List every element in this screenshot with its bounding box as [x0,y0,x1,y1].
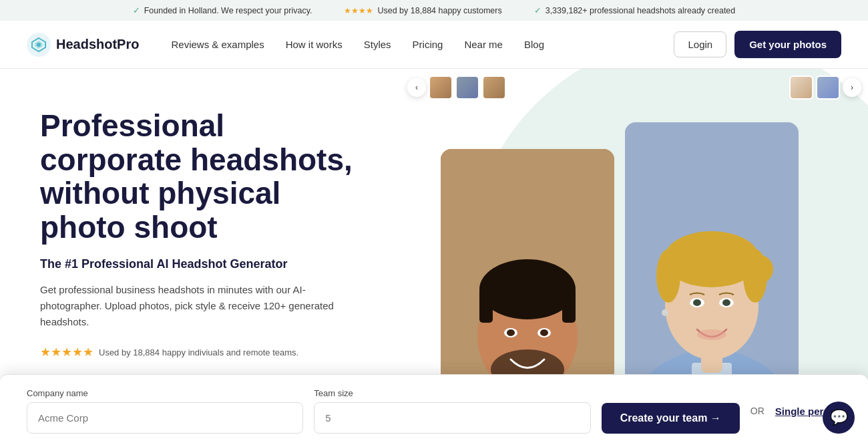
hero-title: Professional corporate headshots, withou… [40,109,361,244]
svg-point-2 [37,43,41,47]
svg-point-25 [744,255,773,284]
nav-link-pricing[interactable]: Pricing [413,39,443,50]
banner-text-2: Used by 18,884 happy customers [377,6,501,15]
thumb-strip-left: ‹ [407,76,506,100]
nav-link-styles[interactable]: Styles [364,39,391,50]
banner-text-1: Founded in Holland. We respect your priv… [144,6,312,15]
thumb-1[interactable] [429,76,453,100]
thumb-2[interactable] [455,76,479,100]
hero-subtitle: The #1 Professional AI Headshot Generato… [40,257,361,271]
team-size-label: Team size [314,388,590,398]
or-divider: OR [750,406,765,416]
svg-rect-9 [562,289,576,323]
create-team-button[interactable]: Create your team → [602,403,740,434]
team-size-field: Team size [314,388,590,434]
company-name-label: Company name [27,388,303,398]
svg-point-24 [656,249,680,303]
svg-point-27 [693,299,701,306]
logo-icon [27,33,51,57]
nav-links: Reviews & examples How it works Styles P… [171,39,674,50]
navbar: HeadshotPro Reviews & examples How it wo… [0,21,868,69]
logo[interactable]: HeadshotPro [27,33,139,57]
banner-item-1: ✓ Founded in Holland. We respect your pr… [133,5,312,15]
check-icon-1: ✓ [133,5,140,15]
banner-text-3: 3,339,182+ professional headshots alread… [546,6,736,15]
company-name-field: Company name [27,388,303,434]
banner-item-2: ★★★★ Used by 18,884 happy customers [344,6,501,15]
hero-description: Get professional business headshots in m… [40,282,361,330]
rating-text: Used by 18,884 happy indiviuals and remo… [99,347,298,357]
banner-item-3: ✓ 3,339,182+ professional headshots alre… [534,5,736,15]
svg-point-29 [722,299,730,306]
chat-icon: 💬 [830,409,848,426]
chat-bubble[interactable]: 💬 [823,402,855,434]
thumb-strip-right: › [789,76,861,100]
team-size-input[interactable] [314,402,590,434]
svg-point-13 [540,329,548,336]
login-button[interactable]: Login [674,31,726,57]
thumb-arrow-right[interactable]: › [843,78,861,97]
get-photos-button[interactable]: Get your photos [734,31,841,58]
thumb-4[interactable] [789,76,813,100]
nav-link-how-it-works[interactable]: How it works [286,39,343,50]
svg-point-11 [507,329,515,336]
hero-rating: ★★★★★ Used by 18,884 happy indiviuals an… [40,345,361,359]
thumb-5[interactable] [816,76,840,100]
rating-stars: ★★★★★ [40,345,93,359]
company-name-input[interactable] [27,402,303,434]
check-icon-2: ✓ [534,5,541,15]
svg-point-7 [479,259,576,319]
svg-point-31 [662,309,668,316]
stars-banner: ★★★★ [344,6,373,15]
svg-rect-8 [479,289,493,323]
svg-point-30 [697,329,726,340]
logo-text: HeadshotPro [56,37,139,52]
thumb-3[interactable] [482,76,506,100]
nav-link-reviews[interactable]: Reviews & examples [171,39,264,50]
top-banner: ✓ Founded in Holland. We respect your pr… [0,0,868,21]
nav-actions: Login Get your photos [674,31,841,58]
thumb-arrow-left[interactable]: ‹ [407,78,426,97]
nav-link-blog[interactable]: Blog [524,39,544,50]
form-bar: Company name Team size Create your team … [0,374,868,447]
nav-link-near-me[interactable]: Near me [464,39,503,50]
